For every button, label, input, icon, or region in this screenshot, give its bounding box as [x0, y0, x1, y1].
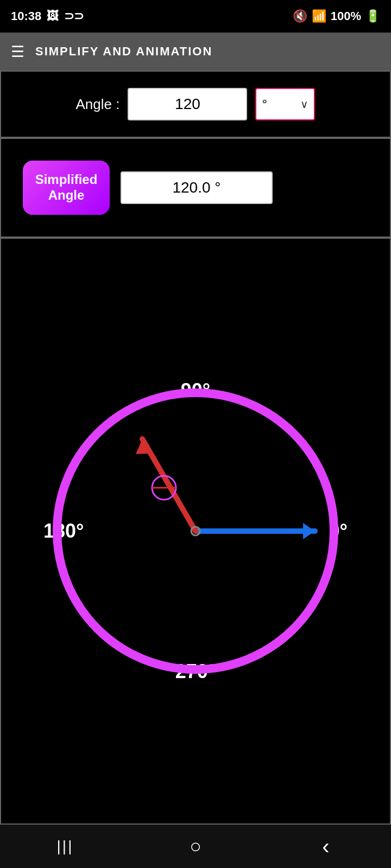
simplified-angle-button[interactable]: Simplified Angle	[23, 161, 110, 215]
diagram-panel: 90° 180° 0° 270°	[0, 238, 391, 825]
circle-svg	[38, 374, 353, 688]
signal-icon: 📶	[312, 9, 326, 23]
angle-input[interactable]	[128, 88, 247, 120]
battery-display: 100%	[331, 9, 361, 23]
status-left: 10:38 🖼 ⊃⊃	[11, 9, 84, 23]
chevron-down-icon: ∨	[300, 98, 308, 111]
angle-input-panel: Angle : ° ∨	[0, 71, 391, 138]
circle-diagram: 90° 180° 0° 270°	[38, 374, 353, 688]
nav-bar: ||| ○ ‹	[0, 825, 391, 868]
svg-marker-2	[303, 523, 315, 539]
nav-menu-icon[interactable]: |||	[49, 830, 81, 863]
app-title: SIMPLIFY AND ANIMATION	[35, 44, 212, 59]
result-value: 120.0 °	[172, 179, 220, 196]
mute-icon: 🔇	[293, 9, 307, 23]
photo-icon: 🖼	[47, 9, 59, 23]
nav-back-icon[interactable]: ‹	[310, 830, 342, 863]
status-bar: 10:38 🖼 ⊃⊃ 🔇 📶 100% 🔋	[0, 0, 391, 33]
simplified-angle-panel: Simplified Angle 120.0 °	[0, 138, 391, 238]
angle-row: Angle : ° ∨	[12, 88, 379, 120]
nav-home-icon[interactable]: ○	[179, 830, 212, 863]
simplified-row: Simplified Angle 120.0 °	[12, 155, 379, 220]
time-display: 10:38	[11, 9, 41, 23]
unit-label: °	[262, 97, 267, 112]
voicemail-icon: ⊃⊃	[64, 9, 84, 23]
app-bar: ☰ SIMPLIFY AND ANIMATION	[0, 33, 391, 71]
battery-icon: 🔋	[365, 9, 380, 23]
result-display: 120.0 °	[121, 171, 273, 204]
status-right: 🔇 📶 100% 🔋	[293, 9, 380, 23]
hamburger-menu-icon[interactable]: ☰	[11, 43, 24, 61]
unit-dropdown[interactable]: ° ∨	[255, 88, 315, 120]
angle-label: Angle :	[76, 96, 120, 113]
